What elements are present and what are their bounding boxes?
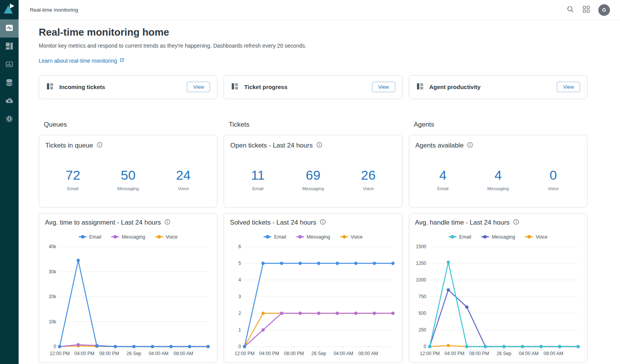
svg-text:08:00 PM: 08:00 PM — [284, 351, 304, 356]
line-chart-avg-handle-time: 025050075010001250150012:00 PM04:00 PM08… — [415, 241, 581, 363]
svg-text:12:00 PM: 12:00 PM — [50, 351, 69, 356]
svg-text:3: 3 — [239, 294, 241, 299]
legend-item-messaging[interactable]: Messaging — [296, 234, 330, 240]
chart-title: Solved tickets - Last 24 hours — [230, 219, 316, 227]
sidebar-item-reports[interactable] — [0, 56, 19, 74]
svg-text:5: 5 — [239, 261, 241, 266]
legend-item-voice[interactable]: Voice — [525, 234, 548, 240]
svg-text:1000: 1000 — [416, 277, 426, 283]
sidebar-item-datasets[interactable] — [0, 74, 19, 92]
svg-text:500: 500 — [418, 311, 426, 316]
sidebar-item-dashboards[interactable] — [0, 38, 19, 56]
dashboard-icon — [417, 83, 423, 91]
apps-grid-icon — [583, 6, 590, 14]
stat-label: Voice — [526, 186, 581, 191]
settings-gear-icon — [5, 115, 13, 124]
dashboards-icon — [6, 43, 13, 51]
sidebar-item-real-time-monitoring[interactable] — [0, 19, 19, 38]
chart-cards-row: Avg. time to assignment - Last 24 hours … — [39, 213, 587, 363]
sidebar-item-exports[interactable] — [0, 92, 19, 110]
stat-messaging: 69 Messaging — [286, 168, 341, 191]
svg-text:0: 0 — [53, 344, 56, 349]
info-icon[interactable] — [316, 142, 322, 150]
page-title: Real-time monitoring home — [39, 26, 587, 38]
app-logo[interactable] — [0, 0, 19, 19]
stat-cards-row: Tickets in queue 72 Email 50 Messaging — [39, 135, 587, 208]
chart-title: Avg. handle time - Last 24 hours — [415, 219, 510, 227]
line-chart-avg-time-to-assignment: 010k20k30k40k12:00 PM04:00 PM08:00 PM26 … — [45, 241, 211, 363]
chart-card-avg-handle-time: Avg. handle time - Last 24 hours EmailMe… — [409, 213, 587, 363]
stat-value: 72 — [45, 168, 100, 183]
stat-card-tickets-in-queue: Tickets in queue 72 Email 50 Messaging — [39, 135, 217, 208]
stat-voice: 26 Voice — [341, 168, 396, 191]
learn-link[interactable]: Learn about real-time monitoring — [39, 57, 125, 64]
stat-label: Messaging — [100, 186, 155, 191]
section-headers-row: Queues Tickets Agents — [39, 121, 587, 129]
sidebar-item-settings[interactable] — [0, 110, 19, 129]
svg-text:08:00 AM: 08:00 AM — [544, 351, 563, 356]
dashboard-card-label: Agent productivity — [429, 84, 481, 90]
svg-text:1250: 1250 — [416, 261, 426, 266]
stat-card-title: Tickets in queue — [45, 142, 93, 149]
stat-card-open-tickets: Open tickets - Last 24 hours 11 Email 69… — [224, 135, 402, 208]
svg-text:04:00 PM: 04:00 PM — [259, 351, 279, 356]
svg-text:20k: 20k — [49, 294, 57, 299]
dashboard-icon — [47, 83, 53, 91]
info-icon[interactable] — [164, 219, 170, 227]
svg-text:04:00 AM: 04:00 AM — [149, 351, 169, 356]
view-ticket-progress-button[interactable]: View — [372, 82, 395, 92]
chart-legend: EmailMessagingVoice — [230, 234, 396, 240]
legend-item-email[interactable]: Email — [264, 234, 286, 240]
legend-item-messaging[interactable]: Messaging — [481, 234, 515, 240]
stat-label: Voice — [156, 186, 211, 191]
sidebar — [0, 0, 19, 364]
dashboard-card-ticket-progress: Ticket progress View — [224, 75, 402, 99]
stat-label: Email — [415, 186, 470, 191]
topbar-title: Real-time monitoring — [30, 7, 78, 13]
learn-link-label: Learn about real-time monitoring — [39, 58, 117, 64]
legend-item-voice[interactable]: Voice — [155, 234, 178, 240]
line-chart-solved-tickets: 012345612:00 PM04:00 PM08:00 PM26 Sep04:… — [230, 241, 396, 363]
legend-item-email[interactable]: Email — [449, 234, 471, 240]
info-icon[interactable] — [513, 219, 519, 227]
stat-card-title: Agents available — [415, 142, 464, 149]
stat-value: 50 — [100, 168, 155, 183]
reports-icon — [6, 61, 13, 69]
search-icon — [567, 5, 574, 14]
svg-text:30k: 30k — [49, 269, 57, 274]
avatar[interactable]: G — [598, 4, 610, 16]
stat-messaging: 4 Messaging — [470, 168, 525, 191]
legend-item-voice[interactable]: Voice — [340, 234, 363, 240]
info-icon[interactable] — [467, 142, 473, 150]
info-icon[interactable] — [96, 142, 103, 150]
stat-card-title: Open tickets - Last 24 hours — [230, 142, 313, 149]
apps-grid-button[interactable] — [583, 6, 590, 14]
search-button[interactable] — [567, 5, 574, 14]
view-agent-productivity-button[interactable]: View — [557, 82, 580, 92]
stat-card-agents-available: Agents available 4 Email 4 Messaging — [409, 135, 587, 208]
dashboard-links-row: Incoming tickets View Ticket pr — [39, 75, 587, 99]
chart-card-solved-tickets: Solved tickets - Last 24 hours EmailMess… — [224, 213, 402, 363]
topbar: Real-time monitoring — [19, 0, 620, 20]
svg-text:1: 1 — [239, 327, 241, 333]
stat-email: 4 Email — [415, 168, 470, 191]
section-header-tickets: Tickets — [224, 121, 402, 129]
stat-value: 11 — [230, 168, 285, 183]
app-root: Real-time monitoring — [0, 0, 620, 364]
svg-text:04:00 AM: 04:00 AM — [519, 351, 539, 356]
stat-voice: 0 Voice — [526, 168, 581, 191]
svg-text:12:00 PM: 12:00 PM — [420, 351, 439, 356]
info-icon[interactable] — [320, 219, 326, 227]
legend-item-messaging[interactable]: Messaging — [111, 234, 145, 240]
legend-item-email[interactable]: Email — [79, 234, 101, 240]
stat-value: 24 — [156, 168, 211, 183]
stat-voice: 24 Voice — [156, 168, 211, 191]
svg-text:0: 0 — [424, 344, 426, 349]
stat-value: 4 — [415, 168, 470, 183]
view-incoming-tickets-button[interactable]: View — [187, 82, 210, 92]
svg-text:26 Sep: 26 Sep — [312, 351, 326, 356]
svg-text:10k: 10k — [49, 319, 57, 324]
dashboard-card-agent-productivity: Agent productivity View — [409, 75, 587, 99]
chart-card-avg-time-to-assignment: Avg. time to assignment - Last 24 hours … — [39, 213, 217, 363]
stat-label: Email — [230, 186, 285, 191]
